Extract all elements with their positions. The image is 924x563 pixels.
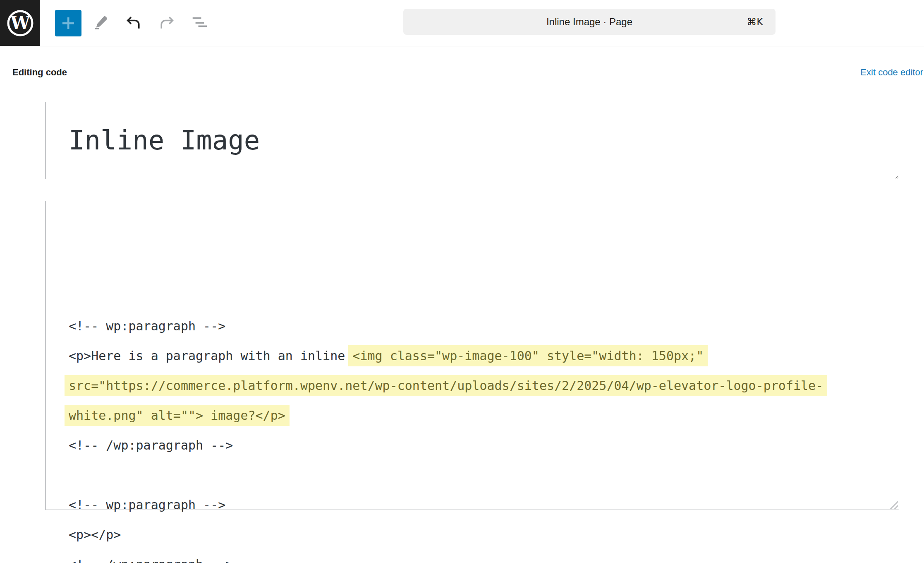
wordpress-logo-icon: W (6, 9, 34, 37)
document-overview-button[interactable] (190, 13, 210, 33)
tools-button[interactable] (91, 13, 110, 33)
code-text: <p></p> (69, 527, 121, 542)
code-line: src="https://commerce.platform.wpenv.net… (69, 371, 876, 401)
editor-window: W (0, 0, 924, 563)
code-text: <p>Here is a paragraph with an inline (69, 349, 352, 363)
code-line: <p>Here is a paragraph with an inline <i… (69, 341, 876, 371)
post-title-textarea[interactable]: Inline Image (45, 102, 899, 179)
code-line: white.png" alt=""> image?</p> (69, 401, 876, 431)
wordpress-logo-button[interactable]: W (0, 0, 40, 46)
undo-button[interactable] (124, 13, 144, 33)
plus-icon (61, 16, 76, 31)
code-line: <!-- wp:paragraph --> (69, 490, 876, 520)
redo-button[interactable] (157, 13, 177, 33)
editing-code-label: Editing code (12, 67, 67, 78)
code-line (69, 460, 876, 490)
resize-handle[interactable] (890, 500, 898, 509)
code-line: <!-- /wp:paragraph --> (69, 431, 876, 460)
highlighted-code: white.png" alt=""> image?</p> (65, 405, 290, 426)
document-bar[interactable]: Inline Image · Page ⌘K (403, 9, 776, 35)
block-inserter-button[interactable] (55, 10, 81, 36)
svg-text:W: W (10, 13, 30, 33)
redo-arrow-icon (158, 14, 176, 31)
command-palette-shortcut: ⌘K (747, 9, 763, 35)
code-text: <!-- wp:paragraph --> (69, 319, 225, 333)
code-text: <!-- /wp:paragraph --> (69, 438, 233, 452)
document-title-label: Inline Image · Page (546, 16, 632, 28)
exit-code-editor-button[interactable]: Exit code editor (860, 67, 923, 78)
code-line: <!-- /wp:paragraph --> (69, 550, 876, 563)
code-line: <p></p> (69, 520, 876, 550)
highlighted-code: <img class="wp-image-100" style="width: … (348, 345, 708, 366)
code-line: <!-- wp:paragraph --> (69, 311, 876, 341)
code-editor-area[interactable]: <!-- wp:paragraph --><p>Here is a paragr… (45, 201, 899, 510)
list-view-icon (190, 13, 209, 32)
editor-header: W (0, 0, 924, 46)
highlighted-code: src="https://commerce.platform.wpenv.net… (65, 375, 827, 396)
code-text: <!-- wp:paragraph --> (69, 498, 225, 512)
pencil-icon (92, 14, 109, 31)
undo-arrow-icon (124, 14, 143, 31)
code-text: <!-- /wp:paragraph --> (69, 557, 233, 563)
